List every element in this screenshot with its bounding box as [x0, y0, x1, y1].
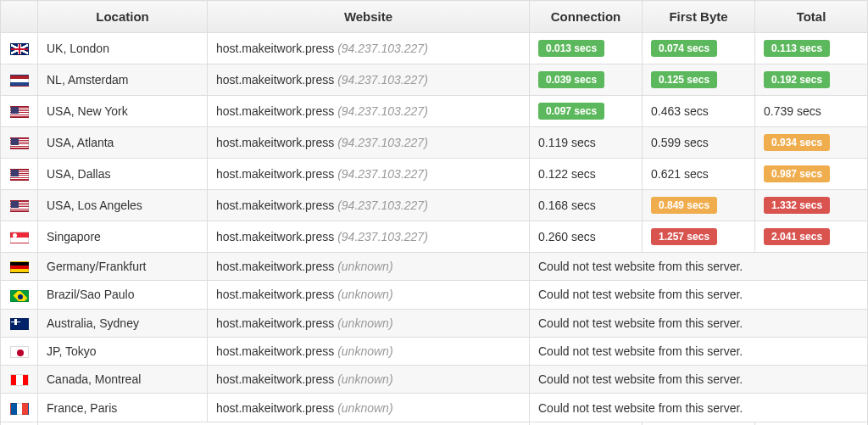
flag-cell — [1, 309, 38, 337]
table-row: Canada, Montrealhost.makeitwork.press (u… — [1, 366, 868, 394]
ip-address: (unknown) — [337, 260, 392, 273]
connection-cell: 0.119 secs — [530, 127, 643, 159]
table-row: USA, New Yorkhost.makeitwork.press (94.2… — [1, 96, 868, 127]
hostname: host.makeitwork.press — [216, 199, 337, 212]
location-cell: NL, Amsterdam — [38, 64, 208, 96]
firstbyte-badge: 0.125 secs — [651, 71, 717, 88]
flag-cell — [1, 190, 38, 221]
connection-cell: 0.097 secs — [530, 96, 643, 127]
flag-cell — [1, 221, 38, 253]
table-row: Singaporehost.makeitwork.press (94.237.1… — [1, 221, 868, 253]
table-row: UK, Londonhost.makeitwork.press (94.237.… — [1, 33, 868, 64]
flag-cell — [1, 127, 38, 159]
ip-address: (unknown) — [337, 372, 392, 386]
hostname: host.makeitwork.press — [216, 42, 337, 55]
website-cell: host.makeitwork.press (unknown) — [208, 394, 530, 422]
average-label: Average response time — [38, 422, 530, 425]
us-flag-icon — [10, 106, 29, 118]
error-cell: Could not test website from this server. — [530, 337, 868, 365]
table-row: Brazil/Sao Paulohost.makeitwork.press (u… — [1, 281, 868, 309]
col-location-header: Location — [38, 1, 208, 33]
table-row: Australia, Sydneyhost.makeitwork.press (… — [1, 309, 868, 337]
location-cell: Singapore — [38, 221, 208, 253]
hostname: host.makeitwork.press — [216, 136, 337, 149]
us-flag-icon — [10, 200, 29, 212]
location-cell: France, Paris — [38, 394, 208, 422]
ca-flag-icon — [10, 374, 29, 386]
average-firstbyte: 0.531 secs — [643, 422, 755, 425]
table-row: USA, Los Angeleshost.makeitwork.press (9… — [1, 190, 868, 221]
us-flag-icon — [10, 137, 29, 149]
total-badge: 2.041 secs — [764, 228, 830, 245]
connection-badge: 0.013 secs — [538, 40, 604, 57]
total-cell: 0.934 secs — [755, 127, 868, 159]
total-badge: 1.332 secs — [764, 197, 830, 214]
table-row: NL, Amsterdamhost.makeitwork.press (94.2… — [1, 64, 868, 96]
location-cell: Germany/Frankfurt — [38, 253, 208, 281]
error-cell: Could not test website from this server. — [530, 366, 868, 394]
table-row: USA, Atlantahost.makeitwork.press (94.23… — [1, 127, 868, 159]
br-flag-icon — [10, 290, 29, 302]
firstbyte-cell: 0.849 secs — [643, 190, 755, 221]
ip-address: (94.237.103.227) — [337, 42, 428, 55]
fr-flag-icon — [10, 403, 29, 415]
website-cell: host.makeitwork.press (94.237.103.227) — [208, 96, 530, 127]
ip-address: (94.237.103.227) — [337, 167, 428, 181]
total-badge: 0.113 secs — [764, 40, 830, 57]
error-cell: Could not test website from this server. — [530, 281, 868, 309]
table-row: JP, Tokyohost.makeitwork.press (unknown)… — [1, 337, 868, 365]
firstbyte-cell: 0.599 secs — [643, 127, 755, 159]
ip-address: (unknown) — [337, 401, 392, 415]
sg-flag-icon — [10, 232, 29, 243]
location-cell: USA, Atlanta — [38, 127, 208, 159]
website-cell: host.makeitwork.press (94.237.103.227) — [208, 159, 530, 190]
total-badge: 0.934 secs — [764, 134, 830, 151]
error-cell: Could not test website from this server. — [530, 394, 868, 422]
flag-cell — [1, 253, 38, 281]
total-badge: 0.987 secs — [764, 165, 830, 182]
location-cell: USA, Los Angeles — [38, 190, 208, 221]
table-header-row: Location Website Connection First Byte T… — [1, 1, 868, 33]
firstbyte-cell: 0.074 secs — [643, 33, 755, 64]
ip-address: (unknown) — [337, 344, 392, 358]
connection-cell: 0.039 secs — [530, 64, 643, 96]
website-cell: host.makeitwork.press (94.237.103.227) — [208, 33, 530, 64]
website-cell: host.makeitwork.press (94.237.103.227) — [208, 221, 530, 253]
ip-address: (94.237.103.227) — [337, 230, 428, 243]
hostname: host.makeitwork.press — [216, 73, 337, 87]
ip-address: (unknown) — [337, 316, 392, 330]
flag-cell — [1, 281, 38, 309]
hostname: host.makeitwork.press — [216, 260, 337, 273]
table-row: France, Parishost.makeitwork.press (unkn… — [1, 394, 868, 422]
firstbyte-badge: 1.257 secs — [651, 228, 717, 245]
connection-cell: 0.122 secs — [530, 159, 643, 190]
website-cell: host.makeitwork.press (94.237.103.227) — [208, 190, 530, 221]
table-row: USA, Dallashost.makeitwork.press (94.237… — [1, 159, 868, 190]
firstbyte-badge: 0.849 secs — [651, 197, 717, 214]
website-cell: host.makeitwork.press (unknown) — [208, 253, 530, 281]
performance-table: Location Website Connection First Byte T… — [0, 0, 868, 425]
website-cell: host.makeitwork.press (unknown) — [208, 366, 530, 394]
connection-badge: 0.097 secs — [538, 103, 604, 120]
hostname: host.makeitwork.press — [216, 401, 337, 415]
hostname: host.makeitwork.press — [216, 230, 337, 243]
hostname: host.makeitwork.press — [216, 372, 337, 386]
flag-cell — [1, 33, 38, 64]
website-cell: host.makeitwork.press (unknown) — [208, 281, 530, 309]
flag-cell — [1, 159, 38, 190]
website-cell: host.makeitwork.press (unknown) — [208, 337, 530, 365]
us-flag-icon — [10, 169, 29, 181]
flag-cell — [1, 366, 38, 394]
connection-cell: 0.013 secs — [530, 33, 643, 64]
location-cell: Australia, Sydney — [38, 309, 208, 337]
flag-cell — [1, 337, 38, 365]
location-cell: USA, Dallas — [38, 159, 208, 190]
firstbyte-cell: 0.463 secs — [643, 96, 755, 127]
total-badge: 0.192 secs — [764, 71, 830, 88]
de-flag-icon — [10, 261, 29, 273]
average-total: 0.837 secs — [755, 422, 868, 425]
firstbyte-badge: 0.074 secs — [651, 40, 717, 57]
ip-address: (94.237.103.227) — [337, 199, 428, 212]
col-website-header: Website — [208, 1, 530, 33]
col-total-header: Total — [755, 1, 868, 33]
